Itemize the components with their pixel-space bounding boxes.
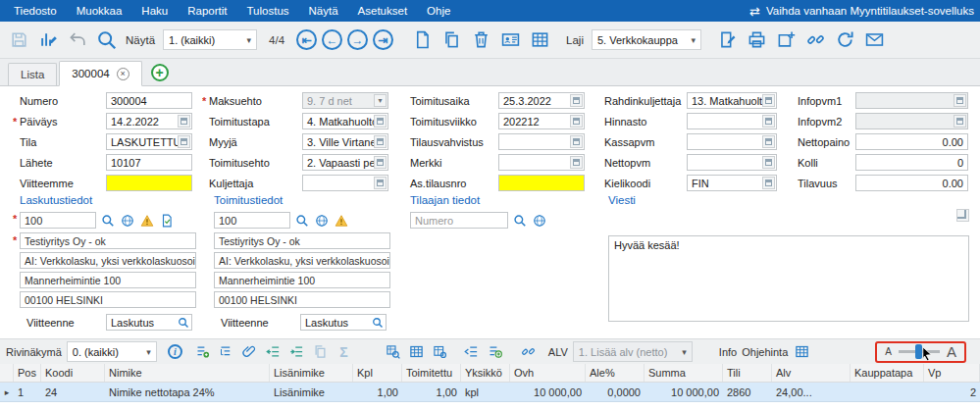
calendar-icon[interactable] <box>570 94 583 107</box>
edit-chart-icon[interactable] <box>37 29 59 51</box>
field-viitteemme[interactable] <box>106 175 192 191</box>
tab-lista[interactable]: Lista <box>8 63 57 85</box>
lookup-icon[interactable] <box>374 177 387 189</box>
menu-item[interactable]: Tiedosto <box>4 0 67 22</box>
search-icon[interactable] <box>100 213 116 229</box>
rows-back-icon[interactable] <box>462 342 481 361</box>
lookup-icon[interactable] <box>762 94 775 107</box>
menu-item[interactable]: Näytä <box>299 0 348 22</box>
add-row-icon[interactable] <box>486 342 504 361</box>
lookup-icon[interactable] <box>178 135 190 148</box>
field-tilausvahvistus[interactable] <box>498 133 585 150</box>
font-small-label[interactable]: A <box>885 346 892 357</box>
nav-last-icon[interactable]: ⇥ <box>373 29 393 50</box>
save-icon[interactable] <box>8 29 29 51</box>
search-icon[interactable] <box>178 317 189 329</box>
lookup-icon[interactable] <box>374 115 387 128</box>
calendar-icon[interactable] <box>178 115 190 128</box>
table-icon[interactable] <box>529 29 550 51</box>
switch-app-link[interactable]: ⇄ Vaihda vanhaan Myyntitilaukset-sovellu… <box>749 4 976 19</box>
billing-viitteenne-field[interactable]: Laskutus <box>106 314 192 331</box>
grid-column-header[interactable]: Kauppatapa <box>851 364 924 382</box>
nayta-select[interactable]: 1. (kaikki) ▾ <box>163 29 257 50</box>
save-all-icon[interactable] <box>776 29 798 51</box>
menu-item[interactable]: Tulostus <box>237 0 299 22</box>
message-textarea[interactable]: Hyvää kesää! <box>608 235 969 322</box>
billing-name-field[interactable]: Testiyritys Oy - ok <box>20 232 196 249</box>
add-tab-button[interactable]: + <box>151 64 169 81</box>
delivery-street-field[interactable]: Mannerheimintie 100 <box>214 272 390 288</box>
grid-column-header[interactable]: Lisänimike <box>270 364 353 382</box>
nav-next-icon[interactable]: → <box>347 29 368 50</box>
lookup-icon[interactable] <box>374 156 387 169</box>
sum-icon[interactable]: Σ <box>335 342 353 361</box>
lookup-icon[interactable] <box>762 177 775 189</box>
grid-cell[interactable] <box>851 383 924 401</box>
search-icon[interactable] <box>372 317 384 329</box>
indent-row-icon[interactable] <box>287 342 306 361</box>
warning-icon[interactable] <box>334 213 349 229</box>
grid-cell[interactable]: Nimike nettotapa 24% <box>105 383 270 401</box>
delete-icon[interactable] <box>470 29 491 51</box>
grid-column-header[interactable]: Alv <box>772 364 851 382</box>
nav-first-icon[interactable]: ⇤ <box>296 29 317 50</box>
undo-icon[interactable] <box>67 29 88 51</box>
field-tilavuus[interactable]: 0.00 <box>855 175 968 191</box>
field-toimitusehto[interactable]: 2. Vapaasti perill <box>302 154 388 171</box>
refresh-icon[interactable] <box>835 29 856 51</box>
grid-cell[interactable]: 24,00... <box>772 383 851 401</box>
grid-column-header[interactable]: Nimike <box>105 364 270 382</box>
delivery-title[interactable]: Toimitustiedot <box>214 194 400 206</box>
grid-column-header[interactable]: Ale% <box>586 364 645 382</box>
field-numero[interactable]: 300004 <box>106 92 192 109</box>
grid-column-header[interactable]: Tili <box>723 364 772 382</box>
menu-item[interactable]: Ohje <box>417 0 460 22</box>
grid-cell[interactable]: 0,0000 <box>586 383 645 401</box>
field-astilausnro[interactable] <box>498 175 585 191</box>
grid-cell[interactable]: 10 000,00 <box>645 383 723 401</box>
table-icon[interactable] <box>793 342 811 361</box>
field-rahdinkuljettaja[interactable]: 13. Matkahuolto <box>687 92 777 109</box>
table-icon[interactable] <box>407 342 426 361</box>
search-icon[interactable] <box>96 29 118 51</box>
link-icon[interactable] <box>519 342 538 361</box>
close-icon[interactable]: × <box>117 68 129 80</box>
delivery-einvoice-field[interactable]: AI: Verkkolasku, yksi verkkolaskuosoite <box>214 252 390 269</box>
email-icon[interactable] <box>864 29 886 51</box>
delivery-customer-field[interactable]: 100 <box>214 212 290 229</box>
billing-city-field[interactable]: 00100 HELSINKI <box>20 291 196 308</box>
grid-row-selected[interactable]: ▸ 124Nimike nettotapa 24%Lisänimike1,001… <box>0 383 980 402</box>
note-icon[interactable] <box>717 29 739 51</box>
grid-column-header[interactable]: Pos <box>14 364 41 382</box>
globe-icon[interactable] <box>532 213 547 229</box>
grid-column-header[interactable]: Yksikkö <box>461 364 510 382</box>
info-icon[interactable]: i <box>168 344 182 359</box>
copy-document-icon[interactable] <box>440 29 462 51</box>
field-tila[interactable]: LASKUTETTU <box>106 133 192 150</box>
info-label[interactable]: Info <box>719 346 737 358</box>
ohjehinta-label[interactable]: Ohjehinta <box>742 346 788 358</box>
link-icon[interactable] <box>805 29 827 51</box>
search-icon[interactable] <box>512 213 528 229</box>
field-lahete[interactable]: 10107 <box>106 154 192 171</box>
new-document-icon[interactable] <box>411 29 433 51</box>
outdent-row-icon[interactable] <box>264 342 283 361</box>
field-nettopvm[interactable] <box>687 154 777 171</box>
calendar-icon[interactable] <box>762 156 775 169</box>
contact-card-icon[interactable] <box>499 29 521 51</box>
delivery-name-field[interactable]: Testiyritys Oy - ok <box>214 232 390 249</box>
laji-select[interactable]: 5. Verkkokauppa ▾ <box>592 29 701 50</box>
field-paivays[interactable]: 14.2.2022 <box>106 113 192 129</box>
field-toimitusviikko[interactable]: 202212 <box>498 113 585 129</box>
field-toimitusaika[interactable]: 25.3.2022 <box>498 92 585 109</box>
lookup-icon[interactable] <box>570 156 583 169</box>
grid-column-header[interactable]: Koodi <box>41 364 105 382</box>
lookup-icon[interactable] <box>762 115 775 128</box>
menu-item[interactable]: Muokkaa <box>67 0 132 22</box>
table-zoom-icon[interactable] <box>431 342 449 361</box>
grid-column-header[interactable]: Toimitettu <box>402 364 461 382</box>
globe-icon[interactable] <box>120 213 135 229</box>
orderer-numero-field[interactable]: Numero <box>410 212 508 229</box>
globe-icon[interactable] <box>314 213 330 229</box>
billing-einvoice-field[interactable]: AI: Verkkolasku, yksi verkkolaskuosoite <box>20 252 196 269</box>
